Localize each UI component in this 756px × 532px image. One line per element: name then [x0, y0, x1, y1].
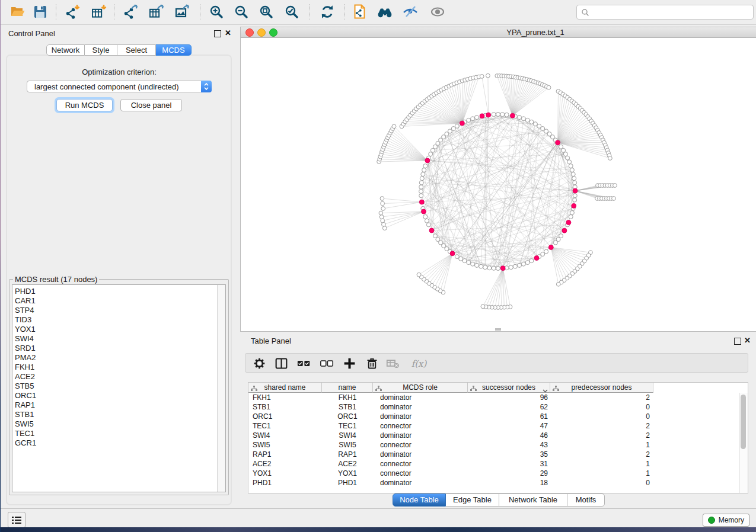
- mcds-result-item[interactable]: STB1: [12, 410, 225, 419]
- cell-successor-nodes: 62: [468, 402, 550, 412]
- search-network-icon[interactable]: [375, 2, 395, 21]
- mcds-result-item[interactable]: RAP1: [12, 400, 225, 410]
- table-tab-network-table[interactable]: Network Table: [499, 493, 567, 507]
- open-session-icon[interactable]: [8, 2, 28, 21]
- column-header-successor-nodes[interactable]: successor nodes: [468, 383, 550, 393]
- optimization-criterion-value: largest connected component (undirected): [34, 82, 179, 91]
- import-network-icon[interactable]: [63, 2, 83, 21]
- mcds-result-item[interactable]: GCR1: [12, 438, 225, 448]
- mcds-result-item[interactable]: ACE2: [12, 372, 225, 382]
- mcds-result-item[interactable]: SRD1: [12, 344, 225, 353]
- column-header-predecessor-nodes[interactable]: predecessor nodes: [550, 383, 653, 393]
- control-tab-mcds[interactable]: MCDS: [156, 44, 192, 56]
- column-header-shared-name[interactable]: shared name: [248, 383, 322, 393]
- hide-labels-icon[interactable]: [400, 2, 420, 21]
- table-row-PHD1[interactable]: PHD1PHD1dominator180: [248, 478, 653, 488]
- import-table-icon[interactable]: [90, 2, 110, 21]
- table-row-STB1[interactable]: STB1STB1dominator620: [248, 402, 653, 412]
- control-panel-close-icon[interactable]: ✕: [225, 30, 231, 36]
- cell-successor-nodes: 96: [468, 393, 550, 402]
- cell-predecessor-nodes: 0: [550, 412, 653, 421]
- mcds-list-scrollbar[interactable]: [217, 285, 225, 492]
- mcds-result-item[interactable]: SWI4: [12, 334, 225, 344]
- zoom-fit-icon[interactable]: [256, 2, 276, 21]
- list-icon: [12, 516, 21, 524]
- task-history-button[interactable]: [8, 512, 25, 528]
- export-table-icon[interactable]: [147, 2, 167, 21]
- cell-successor-nodes: 47: [468, 421, 550, 431]
- control-tab-select[interactable]: Select: [117, 44, 156, 56]
- zoom-in-icon[interactable]: [206, 2, 227, 21]
- mcds-result-item[interactable]: YOX1: [12, 325, 225, 334]
- show-graphics-icon[interactable]: [428, 2, 448, 21]
- select-all-checkboxes-icon[interactable]: [295, 355, 312, 371]
- mcds-result-item[interactable]: ORC1: [12, 391, 225, 400]
- table-row-RAP1[interactable]: RAP1RAP1dominator352: [248, 450, 653, 459]
- window-minimize-button[interactable]: [257, 28, 266, 37]
- cell-name: STB1: [322, 402, 373, 412]
- cell-MCDS-role: connector: [373, 440, 468, 450]
- save-session-icon[interactable]: [30, 2, 50, 21]
- table-tab-motifs[interactable]: Motifs: [567, 493, 605, 507]
- deselect-checkboxes-icon[interactable]: [318, 355, 336, 371]
- export-network-icon[interactable]: [121, 2, 141, 21]
- mcds-result-item[interactable]: TID3: [12, 315, 225, 325]
- table-row-ACE2[interactable]: ACE2ACE2connector311: [248, 459, 653, 469]
- run-mcds-button[interactable]: Run MCDS: [56, 99, 113, 111]
- table-row-YOX1[interactable]: YOX1YOX1connector291: [248, 469, 653, 478]
- cell-shared-name: FKH1: [248, 393, 322, 402]
- cell-name: FKH1: [322, 393, 373, 402]
- column-header-MCDS-role[interactable]: MCDS role: [373, 383, 468, 393]
- table-panel-close-icon[interactable]: ✕: [744, 338, 751, 344]
- mcds-result-item[interactable]: TEC1: [12, 429, 225, 438]
- cell-name: RAP1: [322, 450, 373, 459]
- mcds-result-item[interactable]: PHD1: [12, 287, 225, 296]
- table-row-FKH1[interactable]: FKH1FKH1dominator962: [248, 393, 653, 402]
- mcds-result-item[interactable]: STP4: [12, 306, 225, 315]
- control-tab-network[interactable]: Network: [46, 44, 85, 56]
- table-row-SWI4[interactable]: SWI4SWI4dominator462: [248, 431, 653, 440]
- mcds-result-item[interactable]: SWI5: [12, 419, 225, 429]
- optimization-criterion-select[interactable]: largest connected component (undirected): [27, 81, 212, 92]
- split-columns-icon[interactable]: [272, 355, 290, 371]
- mcds-result-group: MCDS result (17 nodes) PHD1CAR1STP4TID3Y…: [9, 279, 229, 495]
- add-column-icon[interactable]: [340, 355, 358, 371]
- cell-shared-name: RAP1: [248, 450, 322, 459]
- control-tab-style[interactable]: Style: [85, 44, 117, 56]
- table-tab-node-table[interactable]: Node Table: [393, 493, 446, 507]
- mcds-result-item[interactable]: CAR1: [12, 296, 225, 306]
- cell-successor-nodes: 29: [468, 469, 550, 478]
- zoom-out-icon[interactable]: [231, 2, 251, 21]
- mcds-result-item[interactable]: PMA2: [12, 353, 225, 363]
- window-close-button[interactable]: [245, 28, 254, 37]
- delete-column-icon[interactable]: [363, 355, 381, 371]
- share-document-icon[interactable]: [350, 2, 370, 21]
- splitter-handle[interactable]: [495, 328, 501, 331]
- cell-shared-name: TEC1: [248, 421, 322, 431]
- table-row-TEC1[interactable]: TEC1TEC1connector472: [248, 421, 653, 431]
- column-header-name[interactable]: name: [322, 383, 373, 393]
- refresh-icon[interactable]: [317, 2, 337, 21]
- network-graph-canvas[interactable]: [241, 37, 755, 332]
- table-tab-edge-table[interactable]: Edge Table: [446, 493, 499, 507]
- table-panel-float-icon[interactable]: [734, 338, 741, 345]
- cell-predecessor-nodes: 1: [550, 440, 653, 450]
- control-panel-float-icon[interactable]: [214, 30, 221, 37]
- close-panel-button[interactable]: Close panel: [120, 99, 182, 111]
- zoom-selected-icon[interactable]: [282, 2, 302, 21]
- table-row-SWI5[interactable]: SWI5SWI5connector431: [248, 440, 653, 450]
- table-row-ORC1[interactable]: ORC1ORC1dominator610: [248, 412, 653, 421]
- search-input[interactable]: [592, 5, 753, 20]
- memory-button[interactable]: Memory: [703, 514, 749, 527]
- mcds-result-item[interactable]: FKH1: [12, 363, 225, 372]
- control-panel-title: Control Panel: [8, 29, 55, 38]
- mcds-result-item[interactable]: STB5: [12, 382, 225, 391]
- node-table-scrollbar-thumb[interactable]: [741, 395, 746, 449]
- cell-name: SWI5: [322, 440, 373, 450]
- toolbar-separator: [344, 4, 344, 20]
- node-table-scrollbar[interactable]: [739, 393, 748, 493]
- settings-gear-icon[interactable]: [250, 355, 268, 371]
- export-image-icon[interactable]: [173, 2, 193, 21]
- search-box: [576, 5, 754, 20]
- window-zoom-button[interactable]: [269, 28, 277, 37]
